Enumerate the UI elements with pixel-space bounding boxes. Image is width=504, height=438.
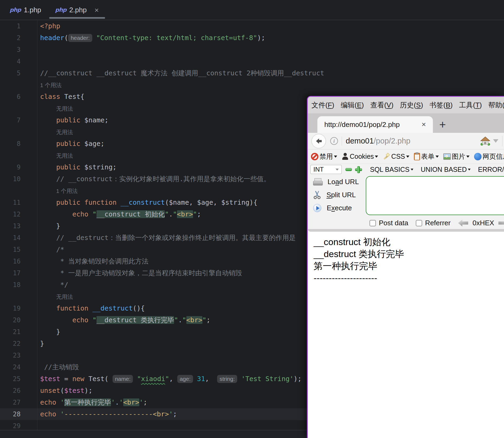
menu-text: 文件( (311, 101, 328, 109)
code-token: " (202, 316, 206, 324)
code-token: __construct (121, 199, 165, 206)
url-host: demo01 (346, 137, 374, 145)
devbar-Cookies[interactable]: Cookies (342, 153, 378, 160)
code-token: //__construct __destruct 魔术方法 创建调用__cons… (40, 69, 324, 77)
line-number: 5 (0, 67, 37, 79)
line-number: 16 (0, 255, 37, 267)
code-token: " (93, 316, 97, 324)
code-token: $name (169, 199, 189, 206)
browser-chrome-bottom-edge (308, 229, 504, 232)
hackbar-button-execute[interactable]: Execute (313, 204, 352, 212)
usages-inlay-hint: 无用法 (56, 129, 73, 135)
code-token: . (115, 398, 119, 406)
code-token: . (169, 210, 173, 218)
hackbar-menu-ERROR/[interactable]: ERROR/ (478, 166, 504, 173)
hackbar-button-label: Split URL (326, 191, 356, 199)
usages-inlay-hint: 1 个用法 (40, 82, 62, 88)
hex-encode-arrow-icon[interactable] (498, 220, 504, 227)
code-token: $string (221, 199, 249, 206)
line-number: 27 (0, 397, 37, 408)
menu-S[interactable]: 历史(S) (400, 100, 423, 110)
tab-close-icon[interactable]: × (94, 7, 99, 13)
browser-tab-title: http://demo01/pop/2.php (324, 121, 400, 129)
back-button[interactable] (311, 134, 326, 148)
devbar-label: 禁用 (320, 152, 333, 161)
code-token: 'Test String' (241, 375, 294, 383)
hackbar-button-load-url[interactable]: Load URL (313, 178, 359, 186)
browser-tabstrip: http://demo01/pop/2.php × + (308, 113, 504, 133)
hex-decode-arrow-icon[interactable] (458, 220, 468, 227)
hackbar-input[interactable] (366, 176, 504, 215)
image-icon (443, 153, 451, 160)
mnemonic: a (335, 178, 339, 186)
code-content: header(header: "Content-type: text/html;… (37, 32, 504, 44)
code-token: // __destruct：当删除一个对象或对象操作终止时被调用。其最主要的作用… (40, 234, 296, 242)
code-token (40, 140, 56, 148)
home-dropdown-icon[interactable] (493, 139, 498, 143)
menu-E[interactable]: 编辑(E) (341, 100, 364, 110)
inlay-row: 1 个用法 (0, 79, 504, 91)
menu-B[interactable]: 书签(B) (429, 100, 453, 110)
output-line: __construct 初始化 (314, 236, 504, 248)
usages-inlay-hint: 1 个用法 (56, 188, 78, 194)
line-number: 15 (0, 244, 37, 255)
editor-tab-2.php[interactable]: php2.php× (48, 0, 106, 20)
code-token: //主动销毁 (40, 363, 79, 371)
devbar-图片[interactable]: 图片 (443, 152, 470, 161)
hackbar-select-value: INT (313, 166, 324, 173)
devbar-CSS[interactable]: CSS (383, 153, 409, 160)
code-token: 第一种执行完毕 (64, 398, 111, 406)
label-post: plit URL (331, 191, 356, 199)
editor-tab-1.php[interactable]: php1.php (3, 0, 48, 20)
code-token: " (182, 316, 186, 324)
hackbar-menu-SQL BASICS[interactable]: SQL BASICS (370, 166, 413, 173)
code-token: /* (40, 246, 64, 253)
address-input[interactable]: demo01/pop/2.php (346, 137, 410, 145)
hackbar-menu-UNION BASED[interactable]: UNION BASED (421, 166, 471, 173)
hackbar-select[interactable]: INT (310, 165, 342, 174)
hackbar-menu-label: SQL BASICS (370, 166, 410, 173)
referrer-checkbox[interactable] (416, 220, 422, 226)
exec-icon (313, 204, 321, 212)
dropdown-caret-icon (375, 156, 378, 158)
devbar-网页信息[interactable]: 网页信息 (474, 152, 504, 161)
menu-T[interactable]: 工具(T) (459, 100, 482, 110)
hackbar-button-split-url[interactable]: Split URL (313, 191, 356, 199)
code-content: 1 个用法 (37, 79, 504, 91)
code-token: * 一是用户主动销毁对象，二是当程序结束时由引擎自动销毁 (40, 269, 242, 277)
minus-button[interactable] (345, 168, 352, 171)
site-info-icon[interactable]: i (330, 137, 338, 145)
code-token (56, 398, 60, 406)
menu-F[interactable]: 文件(F) (311, 100, 334, 110)
code-token: <?php (40, 22, 60, 30)
code-token: ){ (249, 199, 257, 206)
menu-text: ) (332, 101, 334, 109)
dropdown-caret-icon (468, 169, 471, 170)
code-token: ' (169, 410, 173, 418)
code-token: __destruct 类执行完毕 (97, 316, 174, 324)
code-token: ; (197, 210, 201, 218)
css-icon (383, 153, 390, 160)
code-token: ---------------------- (64, 410, 153, 418)
code-token: $test (40, 375, 60, 383)
code-token: __construct 初始化 (97, 210, 165, 218)
devbar-表单[interactable]: 表单 (414, 152, 439, 161)
code-token: ( (60, 387, 64, 394)
back-arrow-icon (315, 137, 323, 145)
plus-button[interactable] (355, 166, 361, 173)
code-token: ; (206, 316, 210, 324)
post-data-checkbox[interactable] (370, 220, 376, 226)
param-hint-chip: age: (177, 375, 193, 383)
new-tab-button[interactable]: + (439, 118, 446, 131)
code-token: ; (105, 116, 109, 124)
tab-close-icon[interactable]: × (422, 120, 426, 129)
devbar-禁用[interactable]: 禁用 (311, 152, 337, 161)
code-token: 31 (197, 375, 205, 383)
menu-V[interactable]: 查看(V) (370, 100, 394, 110)
home-icon[interactable] (480, 136, 490, 146)
code-token: function (84, 199, 117, 206)
code-content (37, 56, 504, 67)
menu-text: 帮助( (488, 101, 504, 109)
browser-tab[interactable]: http://demo01/pop/2.php × (317, 116, 433, 133)
menu-H[interactable]: 帮助(H) (488, 100, 504, 110)
